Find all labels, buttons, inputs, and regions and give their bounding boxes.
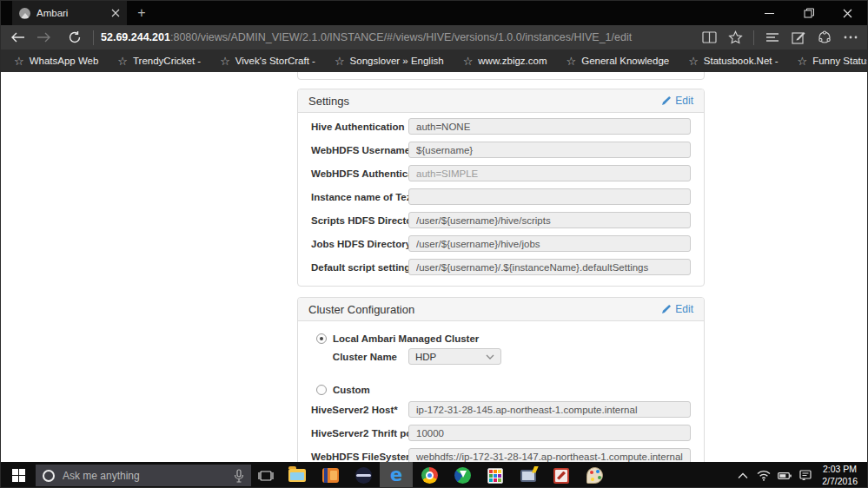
red-editor-icon [553, 468, 569, 484]
tab-close-icon[interactable] [111, 9, 120, 17]
jobs-hdfs-directory-input[interactable] [408, 235, 691, 252]
minimize-button[interactable] [750, 1, 789, 25]
favorite-zbigz[interactable]: ☆www.zbigz.com [454, 49, 557, 72]
download-manager-icon [454, 467, 471, 484]
favorite-songslover[interactable]: ☆Songslover » English [325, 49, 454, 72]
local-cluster-radio[interactable] [316, 333, 327, 344]
tez-view-instance-input[interactable] [408, 188, 691, 205]
taskbar-app-idm[interactable] [446, 462, 479, 488]
tray-battery-icon[interactable] [775, 472, 794, 480]
microphone-icon[interactable] [234, 469, 244, 483]
settings-edit-button[interactable]: Edit [661, 95, 693, 107]
bookmark-star-icon: ☆ [688, 56, 699, 67]
favorites-star-icon[interactable] [724, 27, 746, 48]
field-label: WebHDFS Username [311, 145, 408, 155]
favorite-statusbook[interactable]: ☆Statusbook.Net - [679, 49, 787, 72]
taskbar-app-grid[interactable] [479, 462, 512, 488]
taskbar-app-paint[interactable] [578, 462, 611, 488]
bookmark-star-icon: ☆ [335, 56, 345, 67]
close-button[interactable] [828, 1, 867, 25]
webhdfs-filesystem-uri-input[interactable] [408, 448, 691, 462]
bookmark-star-icon: ☆ [567, 56, 577, 67]
chrome-browser-icon [421, 467, 438, 484]
field-label: Jobs HDFS Directory* [311, 239, 408, 249]
forward-button[interactable] [30, 31, 56, 43]
taskbar-app-dark-circle[interactable] [347, 462, 380, 488]
file-explorer-icon [288, 469, 306, 482]
taskbar-app-edge[interactable]: e [380, 462, 413, 488]
settings-panel-header: Settings Edit [298, 89, 704, 113]
previous-panel-bottom [297, 72, 705, 80]
windows-taskbar: Ask me anything e [1, 462, 867, 488]
cluster-panel-title: Cluster Configuration [308, 303, 414, 316]
ambari-favicon-icon [19, 8, 30, 19]
webhdfs-authentication-input[interactable] [408, 165, 691, 181]
favorite-trendycricket[interactable]: ☆TrendyCricket - [108, 49, 210, 72]
field-label: Scripts HDFS Directory* [311, 215, 408, 226]
cortana-search-box[interactable]: Ask me anything [36, 465, 251, 486]
start-button[interactable] [1, 462, 36, 488]
form-row: Instance name of Tez view [311, 188, 691, 205]
back-button[interactable] [4, 31, 30, 43]
taskbar-app-red-editor[interactable] [545, 462, 578, 488]
tray-chevron-up-icon[interactable] [733, 472, 752, 479]
custom-radio-row[interactable]: Custom [316, 383, 691, 396]
hiveserver2-thrift-port-input[interactable] [408, 425, 691, 441]
favorite-funny-status[interactable]: ☆Funny Status [788, 49, 867, 72]
chevron-down-icon [486, 354, 494, 359]
taskbar-app-chrome[interactable] [413, 462, 446, 488]
search-placeholder-text: Ask me anything [63, 470, 226, 482]
form-row: WebHDFS FileSystem URI* [311, 448, 691, 462]
bookmark-star-icon: ☆ [14, 56, 24, 67]
custom-radio[interactable] [316, 385, 327, 395]
form-row: WebHDFS Username [311, 142, 691, 158]
restore-button[interactable] [789, 1, 828, 25]
bookmark-star-icon: ☆ [220, 56, 230, 67]
field-label: HiveServer2 Host* [311, 405, 408, 415]
bookmark-star-icon: ☆ [463, 56, 474, 67]
field-label: Instance name of Tez view [311, 192, 408, 202]
windows-logo-icon [12, 469, 25, 482]
window-controls [750, 1, 867, 25]
taskbar-app-media-player[interactable] [314, 462, 347, 488]
local-cluster-radio-row[interactable]: Local Ambari Managed Cluster [316, 332, 691, 345]
taskbar-clock[interactable]: 2:03 PM 2/7/2016 [817, 464, 864, 486]
tray-notification-icon[interactable] [796, 470, 815, 481]
address-bar[interactable]: 52.69.244.201:8080/views/ADMIN_VIEW/2.1.… [101, 31, 698, 43]
toolbar-separator [93, 30, 94, 45]
system-tray: 2:03 PM 2/7/2016 [733, 462, 867, 488]
scripts-hdfs-directory-input[interactable] [408, 212, 691, 228]
url-host: 52.69.244.201 [101, 31, 170, 43]
taskbar-app-remote[interactable] [512, 462, 545, 488]
more-options-icon[interactable] [839, 27, 862, 48]
cluster-name-label: Cluster Name [311, 352, 408, 362]
browser-tab-ambari[interactable]: Ambari [12, 1, 127, 25]
task-view-button[interactable] [251, 462, 281, 488]
form-row: HiveServer2 Thrift port* [311, 425, 691, 441]
hive-authentication-input[interactable] [408, 118, 691, 135]
favorite-viveks-storcraft[interactable]: ☆Vivek's StorCraft - [210, 49, 325, 72]
clock-time: 2:03 PM [822, 464, 858, 475]
webhdfs-username-input[interactable] [408, 142, 691, 158]
web-note-icon[interactable] [787, 27, 810, 48]
tray-wifi-icon[interactable] [754, 470, 773, 481]
share-icon[interactable] [813, 27, 836, 48]
toolbar-right-icons [698, 27, 867, 48]
taskbar-app-file-explorer[interactable] [281, 462, 314, 488]
settings-panel-title: Settings [308, 95, 349, 108]
refresh-button[interactable] [62, 30, 88, 44]
remote-desktop-icon [520, 470, 536, 482]
favorite-whatsapp-web[interactable]: ☆WhatsApp Web [4, 49, 108, 72]
hub-icon[interactable] [761, 27, 784, 48]
reading-view-icon[interactable] [698, 27, 720, 48]
field-label: Hive Authentication [311, 122, 408, 132]
form-row: HiveServer2 Host* [311, 401, 691, 418]
new-tab-button[interactable]: + [127, 1, 156, 25]
field-label: HiveServer2 Thrift port* [311, 428, 408, 439]
hiveserver2-host-input[interactable] [408, 401, 691, 418]
cluster-edit-button[interactable]: Edit [661, 303, 693, 315]
cluster-name-select[interactable]: HDP [408, 348, 501, 365]
favorite-general-knowledge[interactable]: ☆General Knowledge [557, 49, 679, 72]
field-label: Default script settings file* [311, 262, 408, 273]
default-script-settings-input[interactable] [408, 259, 691, 275]
